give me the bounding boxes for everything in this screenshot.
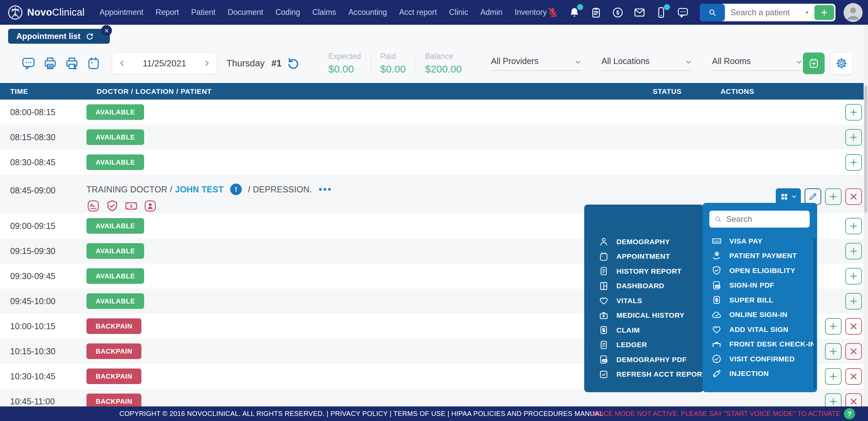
delete-appointment-button[interactable] <box>845 188 862 205</box>
delete-appointment-button[interactable] <box>845 343 862 360</box>
date-picker[interactable]: 11/25/2021 <box>112 52 217 74</box>
status-badge[interactable]: AVAILABLE <box>86 129 144 145</box>
delete-appointment-button[interactable] <box>845 368 862 385</box>
status-badge[interactable]: AVAILABLE <box>86 268 144 284</box>
menu-item-medical-history[interactable]: MEDICAL HISTORY <box>584 308 704 323</box>
menu-item-claims[interactable]: Claims <box>312 8 336 17</box>
add-appointment-button[interactable] <box>845 268 862 285</box>
patient-name-link[interactable]: JOHN TEST <box>175 185 223 194</box>
next-day-icon[interactable] <box>202 59 211 68</box>
cash-icon[interactable]: $ <box>124 199 138 213</box>
menu-item-refresh-acct-report[interactable]: REFRESH ACCT REPORT <box>584 367 704 382</box>
more-options-icon[interactable]: ••• <box>319 184 332 195</box>
previous-day-icon[interactable] <box>118 59 126 68</box>
comment-icon[interactable] <box>21 56 36 71</box>
envelope-icon[interactable] <box>633 6 646 19</box>
menu-item-appointment[interactable]: Appointment <box>100 8 143 17</box>
menu-item-dashboard[interactable]: DASHBOARD <box>584 279 704 294</box>
menu-item-acct-report[interactable]: Acct report <box>399 8 437 17</box>
add-appointment-button[interactable] <box>825 343 842 360</box>
menu-item-front-desk-check-in[interactable]: FRONT DESK CHECK-IN <box>703 337 817 352</box>
reset-date-icon[interactable] <box>287 57 300 70</box>
search-dropdown-caret-icon[interactable] <box>803 8 811 17</box>
page-scrollbar[interactable] <box>864 25 868 406</box>
person-badge-icon[interactable] <box>143 199 157 213</box>
menu-item-super-bill[interactable]: SUPER BILL <box>703 293 817 308</box>
status-badge[interactable]: AVAILABLE <box>86 293 144 309</box>
clipboard-icon[interactable] <box>590 6 602 19</box>
chat-icon[interactable] <box>677 6 689 19</box>
menu-item-patient[interactable]: Patient <box>191 8 216 17</box>
add-appointment-button[interactable] <box>825 188 842 205</box>
menu-item-coding[interactable]: Coding <box>275 8 300 17</box>
add-appointment-button[interactable] <box>825 368 842 385</box>
add-appointment-button[interactable] <box>845 293 862 310</box>
phone-icon[interactable] <box>655 6 667 19</box>
footer-link-privacy-policy[interactable]: PRIVACY POLICY <box>331 410 388 417</box>
edit-appointment-button[interactable] <box>805 188 821 205</box>
add-appointment-button[interactable] <box>845 154 862 171</box>
mic-muted-icon[interactable] <box>547 6 559 19</box>
menu-item-demography-pdf[interactable]: pdfDEMOGRAPHY PDF <box>584 352 704 367</box>
menu-item-history-report[interactable]: HISTORY REPORT <box>584 264 704 279</box>
footer-link-hipaa-policies-and-procedures-manual[interactable]: HIPAA POLICIES AND PROCEDURES MANUAL <box>451 410 603 417</box>
shield-check-icon[interactable] <box>105 199 119 213</box>
user-avatar[interactable] <box>844 3 863 22</box>
menu-item-admin[interactable]: Admin <box>480 8 502 17</box>
add-patient-button[interactable] <box>814 5 834 20</box>
status-badge[interactable]: AVAILABLE <box>86 218 144 234</box>
footer-link-terms-of-use[interactable]: TERMS OF USE <box>393 410 446 417</box>
calendar-icon[interactable] <box>86 56 101 71</box>
rooms-filter-select[interactable]: All Rooms <box>712 56 803 71</box>
delete-appointment-button[interactable] <box>845 318 862 335</box>
menu-item-clinic[interactable]: Clinic <box>449 8 468 17</box>
add-appointment-button[interactable] <box>845 243 862 259</box>
status-badge[interactable]: AVAILABLE <box>86 154 144 170</box>
menu-item-add-vital-sign[interactable]: ADD VITAL SIGN <box>703 322 817 337</box>
menu-item-claim[interactable]: CLAIM <box>584 323 704 338</box>
print-patient-icon[interactable] <box>64 56 79 71</box>
providers-filter-select[interactable]: All Providers <box>491 56 582 71</box>
status-search-input[interactable] <box>726 214 805 224</box>
menu-item-inventory[interactable]: Inventory <box>515 8 547 17</box>
status-badge[interactable]: BACKPAIN <box>86 318 141 334</box>
menu-scrollbar[interactable] <box>813 239 816 388</box>
add-appointment-button[interactable] <box>825 318 842 335</box>
menu-item-online-sign-in[interactable]: ONLINE SIGN-IN <box>703 308 817 322</box>
menu-item-accounting[interactable]: Accounting <box>348 8 387 17</box>
add-appointment-button[interactable] <box>845 104 862 121</box>
status-badge[interactable]: BACKPAIN <box>86 369 141 384</box>
scrollbar-thumb[interactable] <box>864 86 867 213</box>
status-badge[interactable]: BACKPAIN <box>86 343 141 359</box>
menu-item-document[interactable]: Document <box>228 8 263 17</box>
menu-item-visa-pay[interactable]: VISAVISA PAY <box>703 234 817 249</box>
status-badge[interactable]: AVAILABLE <box>86 243 144 259</box>
menu-item-patient-payment[interactable]: PATIENT PAYMENT <box>703 249 817 264</box>
add-appointment-button[interactable] <box>845 218 862 234</box>
bell-icon[interactable] <box>568 6 580 19</box>
tab-appointment-list[interactable]: Appointment list <box>8 29 110 44</box>
menu-item-ledger[interactable]: LEDGER <box>584 338 704 353</box>
dollar-circle-icon[interactable]: $ <box>612 6 624 19</box>
menu-item-sign-in-pdf[interactable]: pdfSIGN-IN PDF <box>703 278 817 293</box>
signature-icon[interactable] <box>86 199 100 213</box>
search-button[interactable] <box>700 4 725 21</box>
status-badge[interactable]: AVAILABLE <box>86 104 144 120</box>
menu-item-report[interactable]: Report <box>156 8 179 17</box>
locations-filter-select[interactable]: All Locations <box>601 56 692 71</box>
menu-item-appointment[interactable]: APPOINTMENT <box>584 249 704 264</box>
new-appointment-button[interactable] <box>803 52 825 74</box>
actions-menu-button[interactable] <box>776 188 801 205</box>
patient-search-input[interactable] <box>725 8 803 17</box>
tab-close-button[interactable] <box>101 25 112 36</box>
help-button[interactable]: ? <box>844 408 855 419</box>
alert-badge[interactable]: ! <box>230 184 242 195</box>
settings-gear-button[interactable] <box>831 52 852 74</box>
menu-item-injection[interactable]: INJECTION <box>703 366 817 381</box>
refresh-icon[interactable] <box>85 32 94 41</box>
menu-item-visit-confirmed[interactable]: VISIT CONFIRMED <box>703 352 817 366</box>
menu-item-vitals[interactable]: VITALS <box>584 293 704 308</box>
add-appointment-button[interactable] <box>845 129 862 146</box>
print-icon[interactable] <box>43 56 58 71</box>
menu-item-open-eligibility[interactable]: OPEN ELIGIBILITY <box>703 263 817 278</box>
